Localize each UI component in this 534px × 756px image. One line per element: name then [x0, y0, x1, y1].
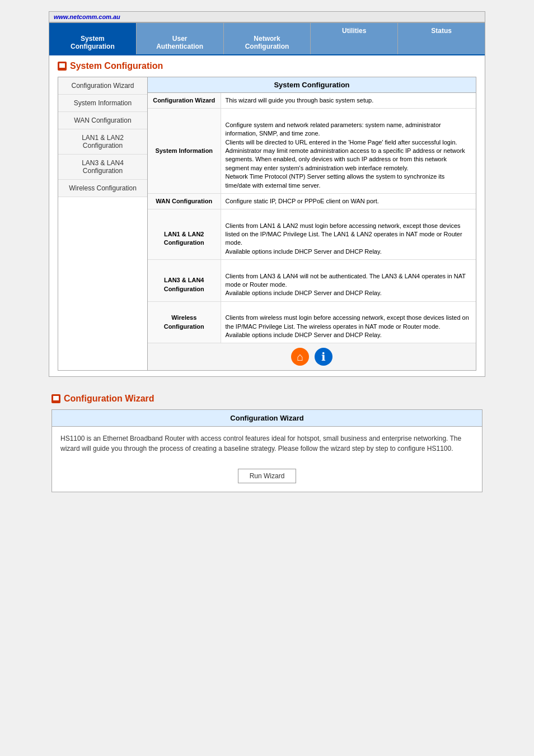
- run-wizard-button[interactable]: Run Wizard: [238, 469, 297, 483]
- wizard-box: Configuration Wizard HS1100 is an Ethern…: [51, 409, 483, 492]
- table-row: Wireless Configuration Clients from wire…: [148, 301, 476, 343]
- page-title-icon: [58, 62, 67, 71]
- wizard-footer: Run Wizard: [52, 460, 482, 492]
- sidebar-item-wireless-config[interactable]: Wireless Configuration: [58, 180, 147, 197]
- nav-item-status[interactable]: Status: [398, 23, 485, 54]
- url-text: www.netcomm.com.au: [54, 13, 120, 20]
- table-header: System Configuration: [148, 77, 476, 93]
- browser-url-bar: www.netcomm.com.au: [49, 11, 485, 22]
- home-icon[interactable]: ⌂: [291, 348, 309, 366]
- nav-item-network[interactable]: Network Configuration: [224, 23, 311, 54]
- sidebar-item-lan12-config[interactable]: LAN1 & LAN2 Configuration: [58, 129, 147, 155]
- row-label-system-info: System Information: [148, 109, 221, 194]
- row-label-lan34: LAN3 & LAN4 Configuration: [148, 260, 221, 302]
- row-label-config-wizard: Configuration Wizard: [148, 93, 221, 109]
- row-desc-wireless: Clients from wireless must login before …: [221, 301, 476, 343]
- nav-item-user-auth[interactable]: User Authentication: [137, 23, 224, 54]
- table-row: LAN1 & LAN2 Configuration Clients from L…: [148, 209, 476, 260]
- second-section: Configuration Wizard Configuration Wizar…: [49, 394, 485, 492]
- second-section-title-icon: [51, 394, 60, 403]
- main-area: System Configuration Configuration Wizar…: [148, 77, 476, 370]
- nav-item-system[interactable]: System Configuration: [49, 23, 137, 54]
- page-content: System Configuration Configuration Wizar…: [49, 55, 485, 376]
- table-row: Configuration Wizard This wizard will gu…: [148, 93, 476, 109]
- second-section-title: Configuration Wizard: [51, 394, 483, 404]
- table-row: System Information Configure system and …: [148, 109, 476, 194]
- config-table: System Configuration Configuration Wizar…: [148, 77, 476, 343]
- row-label-lan12: LAN1 & LAN2 Configuration: [148, 209, 221, 260]
- sidebar-item-lan34-config[interactable]: LAN3 & LAN4 Configuration: [58, 155, 147, 180]
- content-layout: Configuration Wizard System Information …: [58, 77, 476, 371]
- sidebar-item-system-info[interactable]: System Information: [58, 95, 147, 112]
- row-desc-config-wizard: This wizard will guide you through basic…: [221, 93, 476, 109]
- nav-bar: System Configuration User Authentication…: [49, 23, 485, 55]
- info-icon[interactable]: ℹ: [315, 348, 332, 366]
- wizard-body: HS1100 is an Ethernet Broadband Router w…: [52, 427, 482, 460]
- row-desc-wan: Configure static IP, DHCP or PPPoE clien…: [221, 193, 476, 209]
- row-desc-lan12: Clients from LAN1 & LAN2 must login befo…: [221, 209, 476, 260]
- row-desc-lan34: Clients from LAN3 & LAN4 will not be aut…: [221, 260, 476, 302]
- sidebar-item-wan-config[interactable]: WAN Configuration: [58, 112, 147, 129]
- row-desc-system-info: Configure system and network related par…: [221, 109, 476, 194]
- page-title: System Configuration: [58, 61, 476, 71]
- bottom-icons: ⌂ ℹ: [148, 343, 476, 370]
- nav-item-utilities[interactable]: Utilities: [311, 23, 398, 54]
- sidebar-item-config-wizard[interactable]: Configuration Wizard: [58, 77, 147, 95]
- sidebar: Configuration Wizard System Information …: [58, 77, 148, 370]
- table-row: LAN3 & LAN4 Configuration Clients from L…: [148, 260, 476, 302]
- row-label-wan: WAN Configuration: [148, 193, 221, 209]
- wizard-box-header: Configuration Wizard: [52, 410, 482, 427]
- row-label-wireless: Wireless Configuration: [148, 301, 221, 343]
- table-row: WAN Configuration Configure static IP, D…: [148, 193, 476, 209]
